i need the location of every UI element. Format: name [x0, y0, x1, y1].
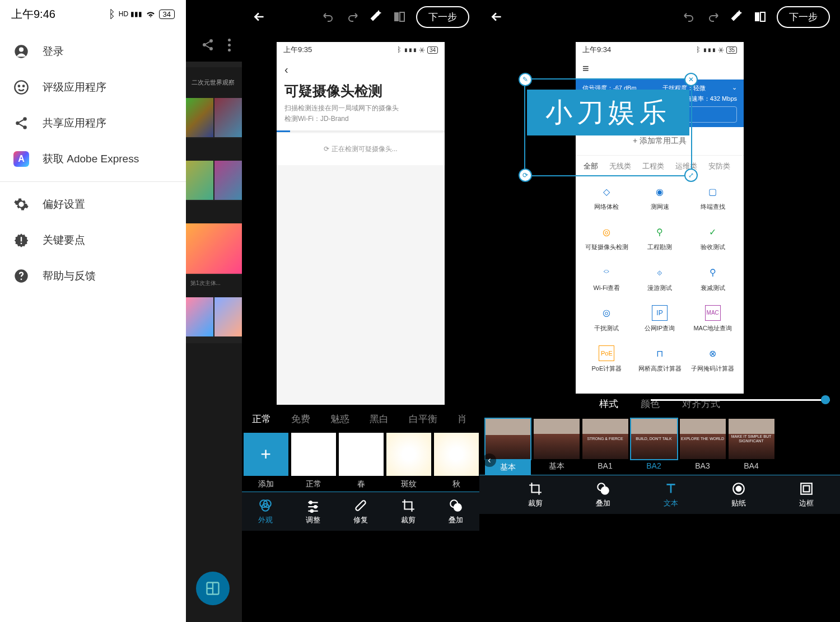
menu-preferences[interactable]: 偏好设置	[0, 186, 186, 222]
overlay-icon	[449, 498, 463, 513]
tab-style[interactable]: 样式	[599, 397, 618, 410]
tool-text[interactable]: 文本	[637, 475, 705, 514]
bottom-toolbar: 裁剪 叠加 文本 贴纸 边框	[479, 475, 840, 514]
canvas[interactable]: 上午9:34 ᛒ ▮▮▮ ⚹ 35 ≡ 信号强度：-67 dBm干扰程度：轻微⌄…	[479, 34, 840, 389]
tool-partial[interactable]	[479, 475, 502, 514]
gauge-icon: ◉	[652, 184, 668, 199]
undo-icon[interactable]	[683, 10, 696, 24]
tool-heal[interactable]: 修复	[337, 492, 385, 531]
back-icon[interactable]	[489, 10, 504, 24]
menu-label: 帮助与反馈	[43, 269, 96, 283]
grid-cell: ◇网络体检	[580, 184, 633, 211]
text-overlay[interactable]: 小刀娱乐	[527, 90, 689, 135]
grid-cell: ✓验收测试	[686, 224, 739, 251]
tool-crop[interactable]: 裁剪	[384, 492, 432, 531]
style-tab-free[interactable]: 免费	[281, 413, 320, 425]
resize-handle-icon[interactable]: ⤢	[684, 169, 698, 182]
menu-key-points[interactable]: 关键要点	[0, 222, 186, 258]
tool-grid-row: ◎干扰测试 IP公网IP查询 MACMAC地址查询	[576, 298, 744, 339]
rotate-handle-icon[interactable]: ⟳	[519, 169, 532, 182]
style-tab-wb[interactable]: 白平衡	[399, 413, 447, 425]
bottom-toolbar: 外观 调整 修复 裁剪 叠加	[242, 492, 479, 531]
style-tab-bw[interactable]: 黑白	[360, 413, 399, 425]
style-tab-normal[interactable]: 正常	[242, 413, 281, 425]
svg-point-31	[454, 503, 461, 511]
next-button[interactable]: 下一步	[416, 6, 469, 28]
preset-autumn[interactable]: 秋	[432, 433, 480, 492]
poe-icon: PoE	[599, 345, 614, 361]
camera-icon: ◎	[599, 224, 614, 240]
menu-rate-app[interactable]: 评级应用程序	[0, 69, 186, 105]
svg-point-1	[203, 43, 206, 46]
share-icon	[13, 115, 29, 131]
alert-icon	[13, 232, 29, 248]
crop-icon	[528, 481, 543, 496]
text-preset-ba3[interactable]: EXPLORE THE WORLDBA3	[679, 419, 726, 475]
grid-cell: PoEPoE计算器	[580, 345, 633, 372]
wand-icon[interactable]	[369, 10, 382, 24]
ps-time: 上午9:35	[283, 45, 312, 55]
redo-icon[interactable]	[346, 10, 359, 24]
style-tab-charm[interactable]: 魅惑	[320, 413, 360, 425]
hamburger-icon: ≡	[576, 58, 744, 79]
text-preset-ba1[interactable]: STRONG & FIERCEBA1	[581, 419, 629, 475]
user-icon	[13, 44, 29, 59]
ps-title: 可疑摄像头检测	[277, 82, 445, 104]
menu-share-app[interactable]: 共享应用程序	[0, 105, 186, 141]
help-icon	[13, 268, 29, 284]
preset-normal[interactable]: 正常	[290, 433, 337, 492]
tool-looks[interactable]: 外观	[242, 492, 290, 531]
mac-icon: MAC	[705, 305, 721, 321]
grid-cell: ◎可疑摄像头检测	[580, 224, 633, 251]
wand-icon[interactable]	[730, 10, 743, 24]
edit-handle-icon[interactable]: ✎	[519, 73, 532, 86]
tool-overlay[interactable]: 叠加	[570, 475, 637, 514]
compare-icon[interactable]	[393, 10, 406, 24]
tool-overlay[interactable]: 叠加	[432, 492, 479, 531]
next-button[interactable]: 下一步	[777, 6, 830, 28]
text-preset-basic[interactable]: 基本	[533, 419, 580, 475]
tool-crop[interactable]: 裁剪	[502, 475, 570, 514]
style-tab-portrait[interactable]: 肖	[447, 413, 477, 425]
menu-list: 登录 评级应用程序 共享应用程序 A 获取 Adobe Express 偏好设置	[0, 28, 186, 300]
menu-login[interactable]: 登录	[0, 34, 186, 69]
opacity-slider[interactable]	[651, 394, 830, 405]
sliders-icon	[306, 498, 320, 513]
panel-editor-looks: 下一步 上午9:35 ᛒ ▮▮▮ ⚹ 34 ‹ 可疑摄像头检测 扫描检测连接在同…	[242, 0, 479, 622]
svg-point-28	[311, 509, 313, 512]
tool-adjust[interactable]: 调整	[290, 492, 337, 531]
slider-thumb[interactable]	[821, 395, 830, 404]
more-icon[interactable]	[228, 39, 231, 52]
back-icon[interactable]	[252, 10, 267, 24]
looks-icon	[258, 498, 273, 513]
text-preset-ba4[interactable]: MAKE IT SIMPLE BUT SIGNIFICANTBA4	[727, 419, 775, 475]
background-app: 二次元世界观察 第1次主体...	[186, 28, 242, 622]
wifi-icon: ⌔	[599, 265, 614, 280]
menu-help-feedback[interactable]: 帮助与反馈	[0, 258, 186, 294]
grid-cell: ▢终端查找	[686, 184, 739, 211]
preset-spring[interactable]: 春	[337, 433, 385, 492]
scroll-left-icon[interactable]: ‹	[483, 453, 496, 467]
preset-stripe[interactable]: 斑纹	[385, 433, 432, 492]
compare-icon[interactable]	[753, 10, 767, 24]
undo-icon[interactable]	[322, 10, 335, 24]
tool-sticker[interactable]: 贴纸	[704, 475, 772, 514]
text-preset-row: 基本 基本 STRONG & FIERCEBA1 BUILD, DON'T TA…	[479, 419, 840, 475]
menu-label: 评级应用程序	[43, 80, 106, 95]
statusbar: 上午9:46 ᛒ HD ▮▮▮ 34	[0, 0, 186, 28]
cat-tab: 安防类	[708, 161, 730, 171]
fab-collage[interactable]	[196, 572, 230, 605]
grid-cell: MACMAC地址查询	[686, 305, 739, 332]
svg-rect-15	[21, 243, 22, 244]
ps-status-icons: ᛒ ▮▮▮ ⚹ 34	[397, 45, 438, 54]
redo-icon[interactable]	[706, 10, 720, 24]
tool-border[interactable]: 边框	[772, 475, 840, 514]
svg-point-9	[18, 86, 20, 87]
svg-point-0	[209, 39, 213, 43]
share-icon[interactable]	[201, 38, 214, 52]
preset-add[interactable]: +添加	[242, 433, 290, 492]
text-preset-ba2[interactable]: BUILD, DON'T TALKBA2	[630, 419, 678, 475]
grid-cell: ⊓网桥高度计算器	[633, 345, 687, 372]
close-handle-icon[interactable]: ✕	[684, 73, 698, 86]
menu-adobe-express[interactable]: A 获取 Adobe Express	[0, 141, 186, 177]
